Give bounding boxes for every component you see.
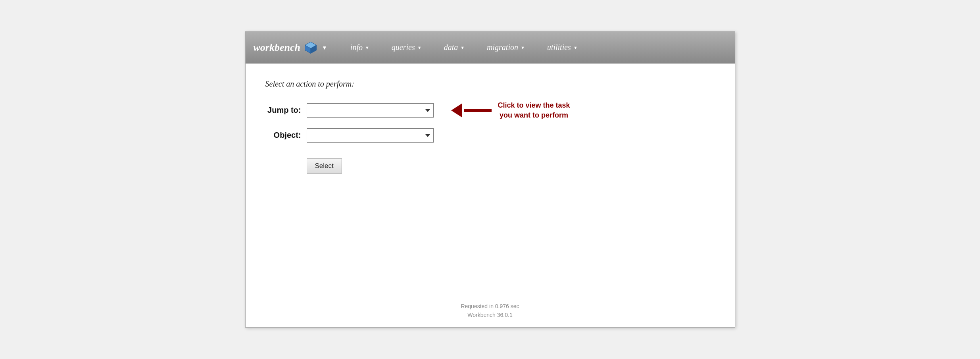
footer-line1: Requested in 0.976 sec [254,302,727,311]
brand[interactable]: workbench ▼ [254,41,327,55]
nav-info-arrow: ▼ [365,45,369,50]
nav-item-data[interactable]: data ▼ [433,39,476,56]
arrow-body [464,109,492,112]
object-row: Object: [265,128,715,143]
cube-icon [304,41,318,55]
brand-text: workbench [254,42,300,54]
form-section: Jump to: Click to view the task you want… [265,100,715,143]
jump-to-select[interactable] [307,103,434,118]
navbar: workbench ▼ info ▼ queries ▼ data ▼ [246,32,735,64]
nav-item-queries[interactable]: queries ▼ [380,39,433,56]
nav-menu: info ▼ queries ▼ data ▼ migration ▼ util… [339,39,589,56]
select-button[interactable]: Select [307,158,342,174]
nav-item-utilities[interactable]: utilities ▼ [536,39,589,56]
nav-migration-arrow: ▼ [521,45,525,50]
arrow-container [451,103,492,118]
nav-utilities-arrow: ▼ [573,45,578,50]
jump-to-row: Jump to: Click to view the task you want… [265,100,715,120]
object-select[interactable] [307,128,434,143]
annotation-area: Click to view the task you want to perfo… [447,100,570,120]
nav-queries-arrow: ▼ [417,45,422,50]
footer-line2: Workbench 36.0.1 [254,311,727,319]
footer: Requested in 0.976 sec Workbench 36.0.1 [246,294,735,328]
jump-to-label: Jump to: [265,106,301,115]
browser-frame: workbench ▼ info ▼ queries ▼ data ▼ [245,31,735,328]
button-row: Select [307,154,715,174]
action-label: Select an action to perform: [265,79,715,89]
annotation-text: Click to view the task you want to perfo… [498,100,570,120]
brand-dropdown-arrow[interactable]: ▼ [322,44,327,51]
object-label: Object: [265,131,301,140]
arrow-head [451,103,462,118]
nav-item-migration[interactable]: migration ▼ [476,39,536,56]
main-content: Select an action to perform: Jump to: Cl… [246,64,735,294]
nav-item-info[interactable]: info ▼ [339,39,380,56]
nav-data-arrow: ▼ [460,45,465,50]
